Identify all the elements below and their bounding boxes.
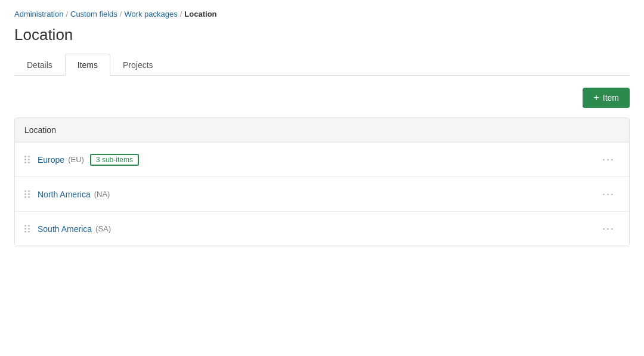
add-item-label: Item <box>603 93 619 103</box>
tab-projects[interactable]: Projects <box>110 54 166 76</box>
item-name[interactable]: North America <box>38 190 91 199</box>
sub-items-badge[interactable]: 3 sub-items <box>90 154 139 166</box>
add-item-button[interactable]: + Item <box>583 88 630 108</box>
list-header: Location <box>15 118 629 143</box>
list-item: North America (NA) ··· <box>15 177 629 212</box>
item-name[interactable]: Europe <box>38 155 64 165</box>
more-actions-button[interactable]: ··· <box>597 185 620 203</box>
more-actions-button[interactable]: ··· <box>597 220 620 237</box>
toolbar: + Item <box>14 88 630 108</box>
more-actions-button[interactable]: ··· <box>597 151 620 168</box>
drag-handle[interactable] <box>24 225 30 233</box>
breadcrumb-sep-3: / <box>180 10 182 18</box>
breadcrumb: Administration / Custom fields / Work pa… <box>14 10 630 18</box>
breadcrumb-sep-2: / <box>120 10 122 18</box>
page-title: Location <box>14 26 630 44</box>
breadcrumb-custom-fields[interactable]: Custom fields <box>70 10 117 18</box>
list-items: Europe (EU) 3 sub-items ··· North Americ… <box>15 143 629 246</box>
item-abbreviation: (EU) <box>68 155 84 164</box>
breadcrumb-admin[interactable]: Administration <box>14 10 63 18</box>
tab-items[interactable]: Items <box>65 54 110 76</box>
plus-icon: + <box>593 92 599 103</box>
list-item: South America (SA) ··· <box>15 212 629 246</box>
item-abbreviation: (SA) <box>95 224 111 233</box>
breadcrumb-sep-1: / <box>66 10 68 18</box>
breadcrumb-work-packages[interactable]: Work packages <box>124 10 177 18</box>
tab-details[interactable]: Details <box>14 54 65 76</box>
tabs-container: Details Items Projects <box>14 54 630 76</box>
items-list-container: Location Europe (EU) 3 sub-items ··· <box>14 117 630 246</box>
drag-handle[interactable] <box>24 190 30 198</box>
drag-handle[interactable] <box>24 156 30 163</box>
breadcrumb-current: Location <box>184 10 216 18</box>
item-name[interactable]: South America <box>38 224 92 234</box>
item-abbreviation: (NA) <box>94 190 110 199</box>
list-item: Europe (EU) 3 sub-items ··· <box>15 143 629 177</box>
